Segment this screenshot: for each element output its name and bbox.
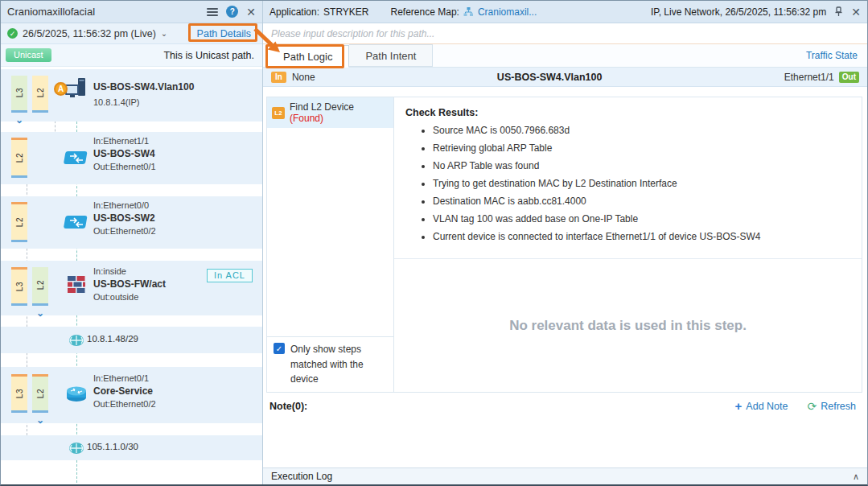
chevron-down-icon[interactable]: ⌄ [161,29,167,38]
path-node-core-service[interactable]: L3 L2 ⌄ In:Ethernet0/1 Core-Service Out:… [1,367,262,423]
check-result-item: Current device is connected to interface… [433,231,850,242]
l2-tag[interactable]: L2 [11,138,27,178]
check-result-item: Destination MAC is aabb.cc81.4000 [433,196,850,207]
node-in-interface: In:Ethernet0/0 [93,200,156,210]
context-info: IP, Live Network, 26/5/2025, 11:56:32 pm [651,6,826,18]
switch-icon [64,150,91,171]
step-status: (Found) [290,113,323,124]
node-in-interface: In:Ethernet0/1 [93,373,156,383]
pc-icon [64,77,89,105]
l2-tag[interactable]: L2 [32,267,48,306]
path-title: Craniomaxillofacial [7,6,207,18]
close-icon[interactable]: ✕ [246,6,256,18]
path-description-input[interactable] [271,28,859,39]
node-name: US-BOS-SW4 [93,148,156,159]
chevron-up-icon[interactable]: ∧ [853,472,859,482]
tab-path-logic[interactable]: Path Logic [266,45,349,68]
acl-badge[interactable]: In ACL [207,269,253,282]
node-out-interface: Out:outside [93,292,166,302]
l2-tag[interactable]: L2 [32,76,48,113]
pin-icon[interactable] [834,6,843,17]
sitemap-icon [463,7,474,17]
chevron-down-icon[interactable]: ⌄ [32,310,48,316]
help-icon[interactable]: ? [226,6,238,18]
data-table-section: No relevant data is used in this step. [394,259,862,392]
node-out-interface: Out:Ethernet0/1 [93,162,156,171]
filter-checkbox-row: ✓ Only show steps matched with the devic… [267,336,393,392]
step-label: Find L2 Device (Found) [290,101,389,124]
no-data-message: No relevant data is used in this step. [509,318,747,334]
l2-tag[interactable]: L2 [32,374,48,413]
menu-icon[interactable] [207,8,218,16]
snapshot-bar: ✓ 26/5/2025, 11:56:32 pm (Live) ⌄ Path D… [1,23,262,44]
execution-log-label: Execution Log [271,471,332,482]
source-marker: A [54,82,68,96]
current-device-name: US-BOS-SW4.Vlan100 [315,72,784,83]
router-icon [65,385,88,406]
only-show-steps-checkbox[interactable]: ✓ [274,343,285,354]
cloud-icon [68,332,84,352]
node-name: US-BOS-SW2 [93,212,156,224]
out-badge: Out [839,72,859,83]
tab-path-intent[interactable]: Path Intent [349,44,433,67]
check-result-item: No ARP Table was found [433,160,850,171]
add-note-button[interactable]: +Add Note [735,400,788,412]
path-node-endpoint[interactable]: L3 L2 ⌄ A US-BOS-SW4.Vlan100 10.8.1.4(IP… [1,69,262,122]
unicast-badge: Unicast [6,48,51,62]
unicast-note: This is Unicast path. [163,50,254,61]
path-node-subnet[interactable]: 10.8.1.48/29 [1,327,262,353]
plus-icon: + [735,400,743,412]
l2-step-icon: L2 [272,107,285,119]
l2-tag[interactable]: L2 [11,202,27,242]
check-result-item: VLAN tag 100 was added base on One-IP Ta… [433,213,850,224]
chevron-down-icon[interactable]: ⌄ [11,117,27,123]
path-node-firewall[interactable]: L3 L2 ⌄ In:inside US-BOS-FW/act Out:outs… [1,261,262,315]
cloud-icon [68,440,84,459]
check-results-list: Source MAC is 0050.7966.683d Retrieving … [433,125,850,242]
l3-tag[interactable]: L3 [11,374,27,413]
subnet-label: 105.1.1.0/30 [87,442,138,451]
check-result-item: Retrieving global ARP Table [433,142,850,154]
live-status-icon: ✓ [7,28,18,39]
snapshot-timestamp[interactable]: 26/5/2025, 11:56:32 pm (Live) [23,28,156,39]
node-out-interface: Out:Ethernet0/2 [93,226,156,236]
refresh-button[interactable]: ⟳Refresh [807,401,856,412]
unicast-bar: Unicast This is Unicast path. [1,44,262,67]
node-out-interface: Out:Ethernet0/2 [93,399,156,409]
chevron-down-icon[interactable]: ⌄ [32,417,48,423]
steps-column: L2 Find L2 Device (Found) ✓ Only show st… [267,97,394,392]
note-label: Note(0): [269,401,307,412]
traffic-state-link[interactable]: Traffic State [806,50,867,61]
checkbox-label[interactable]: Only show steps matched with the device [290,342,387,387]
refresh-icon: ⟳ [807,401,817,412]
path-node-subnet-2[interactable]: 105.1.1.0/30 [1,435,262,460]
subnet-label: 10.8.1.48/29 [87,334,138,344]
path-details-link[interactable]: Path Details [197,28,256,39]
reference-map-link[interactable]: Craniomaxil... [478,6,537,18]
l3-tag[interactable]: L3 [11,267,27,306]
path-node-sw4[interactable]: L2 In:Ethernet1/1 US-BOS-SW4 Out:Etherne… [1,132,262,184]
application-value: STRYKER [323,6,368,18]
in-badge: In [271,72,286,83]
step-find-l2-device[interactable]: L2 Find L2 Device (Found) [267,97,393,128]
description-row [263,23,867,44]
step-header-bar: In None US-BOS-SW4.Vlan100 Ethernet1/1 O… [263,68,867,87]
details-panel: Application: STRYKER Reference Map: Cran… [263,1,867,484]
node-in-interface: In:inside [93,266,166,276]
l3-tag[interactable]: L3 [11,76,27,113]
node-in-interface: In:Ethernet1/1 [93,136,156,146]
check-result-item: Source MAC is 0050.7966.683d [433,125,850,136]
results-column: Check Results: Source MAC is 0050.7966.6… [394,97,862,392]
execution-log-bar[interactable]: Execution Log ∧ [263,467,867,484]
node-ip: 10.8.1.4(IP) [93,97,194,107]
firewall-icon [67,275,86,299]
in-value: None [292,72,315,83]
node-name: Core-Service [93,385,156,397]
path-panel-titlebar: Craniomaxillofacial ? ✕ [1,1,262,23]
check-results-section: Check Results: Source MAC is 0050.7966.6… [394,97,862,259]
path-panel: Craniomaxillofacial ? ✕ ✓ 26/5/2025, 11:… [1,1,263,484]
node-name: US-BOS-SW4.Vlan100 [93,81,194,93]
check-result-item: Trying to get destination MAC by L2 Dest… [433,178,850,189]
close-icon[interactable]: ✕ [851,6,861,18]
path-node-sw2[interactable]: L2 In:Ethernet0/0 US-BOS-SW2 Out:Etherne… [1,196,262,249]
